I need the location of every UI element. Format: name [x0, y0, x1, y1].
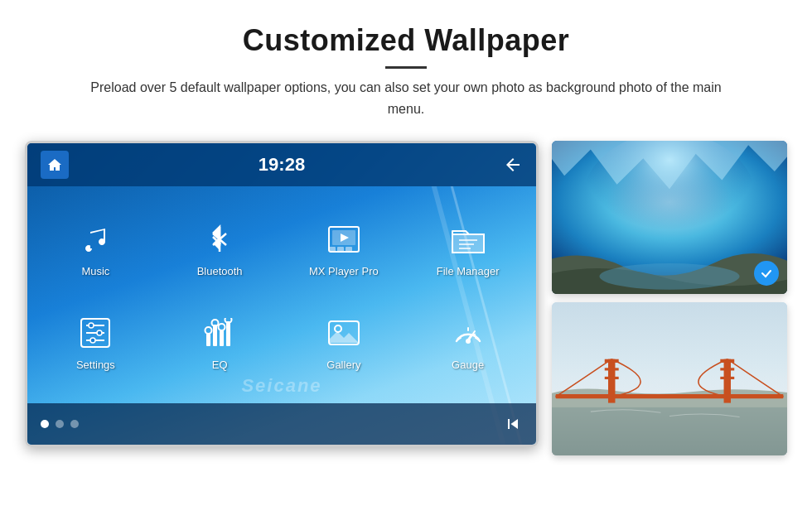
main-content: 19:28 Music	[0, 132, 812, 455]
svg-rect-37	[556, 394, 784, 398]
svg-point-33	[599, 263, 739, 290]
eq-icon	[199, 312, 240, 354]
music-icon	[75, 219, 116, 260]
music-label: Music	[81, 265, 109, 277]
bluetooth-icon	[199, 219, 240, 260]
svg-rect-17	[213, 325, 217, 346]
svg-rect-41	[605, 377, 619, 379]
dot-3[interactable]	[70, 420, 79, 428]
app-gauge[interactable]: Gauge	[408, 297, 528, 388]
app-gallery[interactable]: Gallery	[284, 297, 404, 388]
app-filemanager[interactable]: File Manager	[408, 203, 528, 293]
svg-rect-19	[226, 321, 230, 346]
dot-1[interactable]	[41, 420, 49, 428]
gallery-icon	[323, 312, 365, 354]
app-grid: Music Bluetooth	[27, 186, 536, 403]
right-photos-column	[552, 141, 787, 455]
gauge-label: Gauge	[452, 359, 484, 371]
svg-point-25	[335, 325, 341, 332]
svg-point-14	[97, 330, 102, 335]
svg-point-22	[219, 324, 225, 330]
svg-rect-44	[720, 368, 734, 370]
back-button[interactable]	[503, 155, 523, 175]
screen-topbar: 19:28	[27, 143, 536, 186]
video-icon	[323, 219, 365, 260]
svg-rect-4	[346, 247, 352, 252]
ice-cave-photo	[552, 141, 787, 294]
app-mxplayer[interactable]: MX Player Pro	[284, 203, 404, 293]
eq-label: EQ	[212, 359, 228, 371]
svg-rect-3	[337, 247, 344, 252]
brand-watermark: Seicane	[241, 375, 321, 397]
page-header: Customized Wallpaper Preload over 5 defa…	[0, 0, 812, 132]
page-title: Customized Wallpaper	[50, 23, 762, 58]
svg-rect-18	[220, 330, 224, 346]
skip-back-button[interactable]	[503, 414, 523, 434]
page-description: Preload over 5 default wallpaper options…	[75, 77, 737, 119]
svg-rect-2	[329, 247, 336, 252]
screen-bottombar	[27, 403, 536, 445]
svg-point-13	[89, 323, 94, 328]
svg-rect-16	[206, 333, 210, 346]
svg-point-23	[225, 318, 232, 323]
gallery-label: Gallery	[326, 359, 360, 371]
settings-icon	[75, 312, 116, 354]
pagination-dots	[41, 420, 79, 428]
filemanager-label: File Manager	[437, 265, 500, 277]
dot-2[interactable]	[56, 420, 64, 428]
app-settings[interactable]: Settings	[36, 297, 156, 388]
svg-point-15	[90, 338, 95, 343]
svg-point-20	[205, 327, 212, 334]
settings-label: Settings	[76, 359, 115, 371]
gauge-icon	[447, 312, 489, 354]
bridge-photo	[552, 302, 787, 455]
svg-rect-45	[720, 377, 734, 379]
title-divider	[385, 66, 427, 69]
svg-rect-40	[605, 368, 619, 370]
app-bluetooth[interactable]: Bluetooth	[160, 203, 280, 293]
mxplayer-label: MX Player Pro	[309, 265, 379, 277]
screen-time: 19:28	[259, 154, 305, 176]
folder-icon	[447, 219, 489, 260]
app-eq[interactable]: EQ	[160, 297, 280, 388]
bluetooth-label: Bluetooth	[197, 265, 243, 277]
app-music[interactable]: Music	[36, 203, 156, 293]
car-screen: 19:28 Music	[25, 141, 539, 447]
home-button[interactable]	[41, 151, 69, 179]
photo-notification-badge	[754, 261, 779, 286]
